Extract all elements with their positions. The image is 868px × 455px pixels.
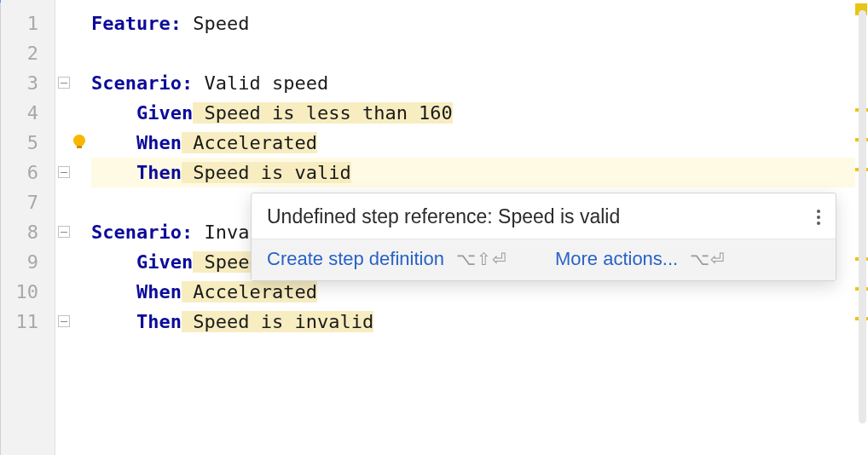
popup-header: Undefined step reference: Speed is valid xyxy=(252,193,836,239)
code-text: Speed is invalid xyxy=(182,311,373,332)
create-step-definition-link[interactable]: Create step definition xyxy=(267,248,444,270)
line-number: 5 xyxy=(1,128,38,158)
code-text: Accelerated xyxy=(182,132,317,153)
line-number: 3 xyxy=(1,68,38,98)
line-number: 9 xyxy=(1,247,38,277)
svg-rect-0 xyxy=(77,146,82,148)
keyword: Then xyxy=(136,311,182,332)
keyword: Given xyxy=(136,251,193,273)
code-line[interactable]: Then Speed is valid xyxy=(91,158,855,187)
popup-title: Undefined step reference: Speed is valid xyxy=(267,205,620,228)
keyword: When xyxy=(136,281,182,302)
keyword: When xyxy=(136,132,182,153)
shortcut-label: ⌥⇧⏎ xyxy=(456,249,507,269)
code-text: Accelerated xyxy=(182,281,317,302)
keyword: Scenario: xyxy=(91,222,193,243)
more-actions-link[interactable]: More actions... xyxy=(555,248,678,270)
code-text: Speed xyxy=(182,13,249,34)
line-number: 4 xyxy=(1,98,38,128)
code-line[interactable]: When Accelerated xyxy=(91,128,855,158)
more-icon[interactable] xyxy=(817,210,820,225)
code-line[interactable]: When Accelerated xyxy=(91,277,855,307)
line-number: 2 xyxy=(1,38,38,68)
line-number: 8 xyxy=(1,217,38,247)
keyword: Scenario: xyxy=(91,72,193,94)
line-number: 11 xyxy=(1,307,38,337)
keyword: Given xyxy=(136,102,193,124)
shortcut-label: ⌥⏎ xyxy=(690,249,726,269)
error-stripe[interactable] xyxy=(855,0,868,455)
scrollbar[interactable] xyxy=(859,10,866,423)
code-line[interactable]: Feature: Speed xyxy=(91,9,855,38)
fold-handle[interactable] xyxy=(58,166,70,178)
popup-actions: Create step definition ⌥⇧⏎ More actions.… xyxy=(252,239,836,280)
code-line[interactable]: Scenario: Valid speed xyxy=(91,68,855,98)
keyword: Feature: xyxy=(91,13,182,34)
intention-popup: Undefined step reference: Speed is valid… xyxy=(251,193,836,281)
fold-handle[interactable] xyxy=(58,315,70,327)
code-text: Speed is less than 160 xyxy=(193,102,453,124)
code-text: Speed is valid xyxy=(182,162,351,183)
code-line[interactable]: Then Speed is invalid xyxy=(91,307,855,337)
code-text: Valid speed xyxy=(193,72,328,94)
line-number: 7 xyxy=(1,187,38,217)
keyword: Then xyxy=(136,162,182,183)
line-number: 1 xyxy=(1,9,38,38)
line-number: 10 xyxy=(1,277,38,307)
line-number: 6 xyxy=(1,158,38,187)
code-line[interactable] xyxy=(91,38,855,68)
fold-strip xyxy=(55,0,91,455)
code-line[interactable]: Given Speed is less than 160 xyxy=(91,98,855,128)
fold-handle[interactable] xyxy=(58,226,70,238)
line-number-gutter: 1 2 3 4 5 6 7 8 9 10 11 xyxy=(1,0,55,455)
fold-handle[interactable] xyxy=(58,77,70,89)
lightbulb-icon[interactable] xyxy=(71,134,88,151)
